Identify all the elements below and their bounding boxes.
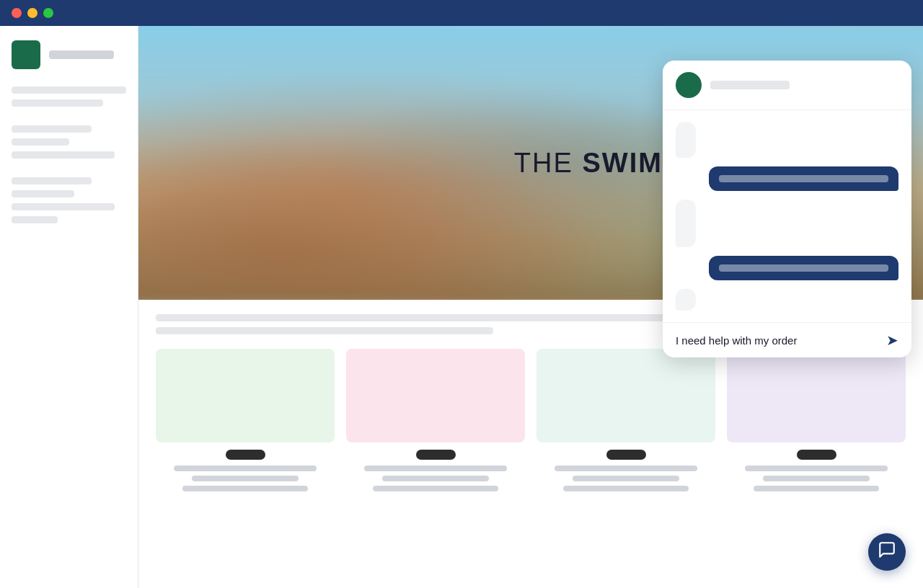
chat-header (663, 61, 911, 110)
product-label (226, 450, 265, 460)
sidebar-logo-text (49, 50, 114, 59)
sidebar-nav-item[interactable] (12, 125, 92, 133)
product-sub-line (555, 466, 697, 471)
sidebar-section-3 (12, 177, 126, 229)
hero-title-prefix: THE (514, 148, 583, 178)
sidebar-section-2 (12, 125, 126, 164)
chat-input-area[interactable]: I need help with my order ➤ (663, 322, 911, 357)
product-card[interactable] (156, 349, 335, 496)
sidebar-nav-item[interactable] (12, 99, 103, 107)
product-image (156, 349, 335, 442)
product-sub-line (573, 476, 680, 481)
sidebar-nav-item[interactable] (12, 86, 126, 94)
browser-dot-minimize[interactable] (27, 8, 37, 18)
browser-dot-fullscreen[interactable] (43, 8, 53, 18)
product-image (727, 349, 906, 442)
product-sub-line (745, 466, 888, 471)
chat-message-sent (709, 256, 898, 280)
product-sub-line (754, 486, 879, 491)
chat-fab-icon (878, 540, 896, 564)
products-grid (156, 349, 906, 496)
product-label (797, 450, 836, 460)
search-bar-half[interactable] (156, 327, 493, 334)
chat-agent-name (710, 81, 790, 89)
chat-send-icon[interactable]: ➤ (886, 331, 898, 349)
message-line (719, 175, 888, 182)
main-content: THE SWIMWEAR SHOP (138, 26, 923, 588)
sidebar (0, 26, 138, 588)
browser-dot-close[interactable] (12, 8, 22, 18)
product-card[interactable] (346, 349, 525, 496)
sidebar-logo-area (12, 40, 126, 69)
product-image (536, 349, 715, 442)
product-card[interactable] (536, 349, 715, 496)
sidebar-section-1 (12, 86, 126, 112)
product-sub-line (174, 466, 317, 471)
product-label (606, 450, 646, 460)
sidebar-nav-item[interactable] (12, 216, 58, 223)
product-sub-line (563, 486, 689, 491)
product-sub-line (192, 476, 299, 481)
chat-input-field[interactable]: I need help with my order (676, 334, 879, 347)
product-sub-line (182, 486, 308, 491)
chat-message-received (676, 289, 696, 311)
chat-message-received (676, 200, 696, 247)
product-sub-line (382, 476, 490, 481)
app-container: THE SWIMWEAR SHOP (0, 26, 923, 588)
message-line (719, 264, 888, 272)
chat-body (663, 110, 911, 322)
sidebar-nav-item[interactable] (12, 138, 69, 146)
product-label (416, 450, 456, 460)
chat-window: I need help with my order ➤ (663, 61, 911, 357)
sidebar-nav-item[interactable] (12, 190, 74, 197)
product-image (346, 349, 525, 442)
product-sub-line (763, 476, 870, 481)
chat-message-sent (709, 166, 898, 191)
sidebar-logo-icon (12, 40, 40, 69)
product-card[interactable] (727, 349, 906, 496)
chat-message-received (676, 122, 696, 158)
product-sub-line (364, 466, 507, 471)
sidebar-nav-item[interactable] (12, 177, 92, 184)
browser-chrome (0, 0, 923, 26)
chat-avatar (676, 72, 702, 98)
product-sub-line (373, 486, 498, 491)
sidebar-nav-item[interactable] (12, 203, 115, 210)
sidebar-nav-item[interactable] (12, 151, 115, 159)
chat-fab-button[interactable] (868, 533, 906, 571)
